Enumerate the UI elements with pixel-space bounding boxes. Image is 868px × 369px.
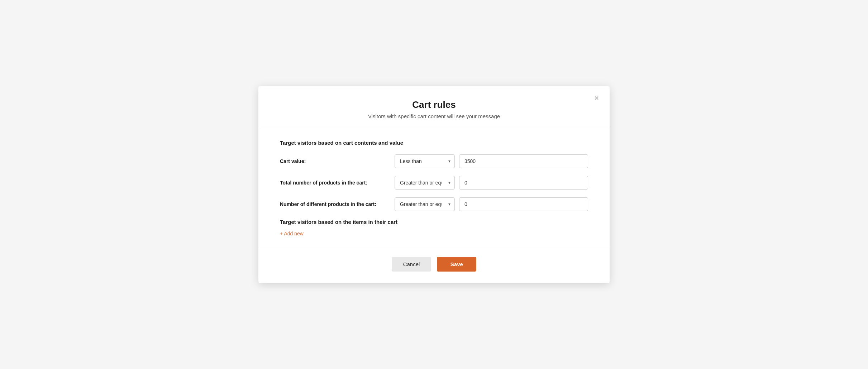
modal-header: Cart rules Visitors with specific cart c… (258, 86, 610, 128)
modal-title: Cart rules (280, 99, 588, 110)
modal-subtitle: Visitors with specific cart content will… (280, 113, 588, 119)
total-products-select[interactable]: Less than Less than or equal to Greater … (395, 176, 455, 190)
cart-value-select-wrapper: Less than Less than or equal to Greater … (395, 154, 455, 168)
cart-rules-modal: Cart rules Visitors with specific cart c… (258, 86, 610, 283)
total-products-select-wrapper: Less than Less than or equal to Greater … (395, 176, 455, 190)
different-products-input[interactable] (459, 197, 588, 211)
cart-contents-heading: Target visitors based on cart contents a… (280, 140, 588, 146)
cart-value-row: Cart value: Less than Less than or equal… (280, 154, 588, 168)
cart-value-controls: Less than Less than or equal to Greater … (395, 154, 588, 168)
total-products-controls: Less than Less than or equal to Greater … (395, 176, 588, 190)
cart-value-input[interactable] (459, 154, 588, 168)
modal-body: Target visitors based on cart contents a… (258, 128, 610, 248)
different-products-controls: Less than Less than or equal to Greater … (395, 197, 588, 211)
cart-value-label: Cart value: (280, 158, 395, 164)
total-products-label: Total number of products in the cart: (280, 180, 395, 186)
total-products-row: Total number of products in the cart: Le… (280, 176, 588, 190)
different-products-select-wrapper: Less than Less than or equal to Greater … (395, 197, 455, 211)
total-products-input[interactable] (459, 176, 588, 190)
different-products-label: Number of different products in the cart… (280, 201, 395, 207)
different-products-select[interactable]: Less than Less than or equal to Greater … (395, 197, 455, 211)
cart-value-select[interactable]: Less than Less than or equal to Greater … (395, 154, 455, 168)
save-button[interactable]: Save (437, 257, 476, 272)
different-products-row: Number of different products in the cart… (280, 197, 588, 211)
cart-items-heading: Target visitors based on the items in th… (280, 219, 588, 225)
cancel-button[interactable]: Cancel (392, 257, 431, 272)
close-button[interactable]: × (591, 93, 602, 104)
add-new-button[interactable]: + Add new (280, 231, 304, 236)
modal-footer: Cancel Save (258, 248, 610, 283)
